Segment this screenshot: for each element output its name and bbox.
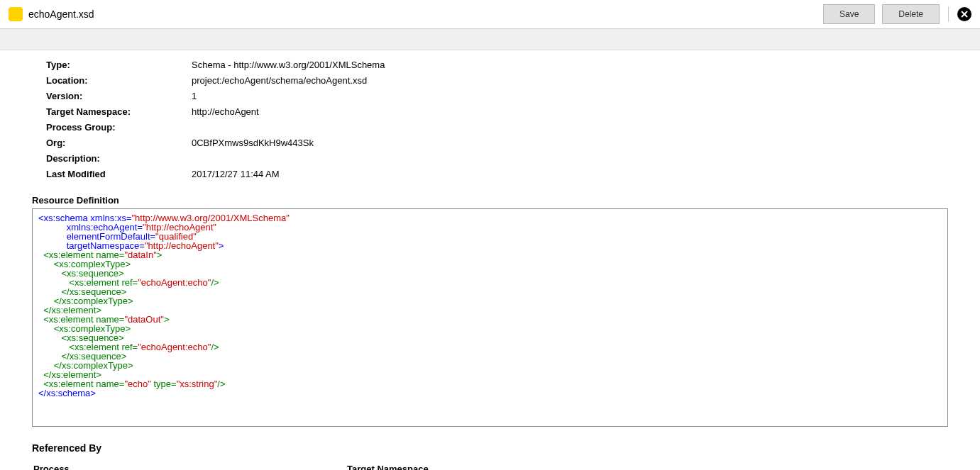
meta-row: Process Group: [32, 120, 948, 135]
file-icon [9, 7, 23, 21]
header-left: echoAgent.xsd [9, 7, 94, 21]
page-header: echoAgent.xsd Save Delete [0, 0, 980, 29]
meta-label: Org: [32, 135, 192, 151]
referenced-by-table: Process Target Namespace echoSPI http://… [32, 462, 948, 470]
delete-button[interactable]: Delete [882, 4, 940, 24]
save-button[interactable]: Save [823, 4, 875, 24]
sub-header-bar [0, 29, 980, 50]
close-icon [961, 11, 968, 18]
meta-row: Version: 1 [32, 89, 948, 104]
meta-label: Process Group: [32, 120, 192, 135]
meta-value: 0CBfPXmws9sdKkH9w443Sk [192, 135, 314, 151]
meta-value: project:/echoAgent/schema/echoAgent.xsd [192, 73, 367, 89]
meta-row: Org: 0CBfPXmws9sdKkH9w443Sk [32, 135, 948, 151]
referenced-by-title: Referenced By [32, 442, 948, 454]
meta-label: Location: [32, 73, 192, 89]
meta-label: Type: [32, 57, 192, 73]
meta-label: Description: [32, 151, 192, 167]
meta-value: 1 [192, 89, 197, 104]
col-target-namespace: Target Namespace [347, 464, 947, 470]
col-process: Process [33, 464, 346, 470]
table-header-row: Process Target Namespace [33, 464, 947, 470]
meta-section: Type: Schema - http://www.w3.org/2001/XM… [32, 57, 948, 182]
close-button[interactable] [957, 7, 971, 21]
meta-row: Target Namespace: http://echoAgent [32, 104, 948, 120]
resource-definition-label: Resource Definition [32, 195, 948, 206]
meta-row: Location: project:/echoAgent/schema/echo… [32, 73, 948, 89]
resource-definition-code: <xs:schema xmlns:xs="http://www.w3.org/2… [32, 208, 948, 427]
meta-value: Schema - http://www.w3.org/2001/XMLSchem… [192, 57, 385, 73]
meta-row: Last Modified 2017/12/27 11:44 AM [32, 167, 948, 182]
meta-label: Target Namespace: [32, 104, 192, 120]
meta-label: Last Modified [32, 167, 192, 182]
content-area: Type: Schema - http://www.w3.org/2001/XM… [0, 50, 980, 470]
meta-row: Type: Schema - http://www.w3.org/2001/XM… [32, 57, 948, 73]
meta-row: Description: [32, 151, 948, 167]
meta-value: 2017/12/27 11:44 AM [192, 167, 280, 182]
header-actions: Save Delete [823, 4, 971, 24]
meta-label: Version: [32, 89, 192, 104]
divider [948, 6, 949, 22]
meta-value: http://echoAgent [192, 104, 259, 120]
page-title: echoAgent.xsd [28, 9, 94, 20]
